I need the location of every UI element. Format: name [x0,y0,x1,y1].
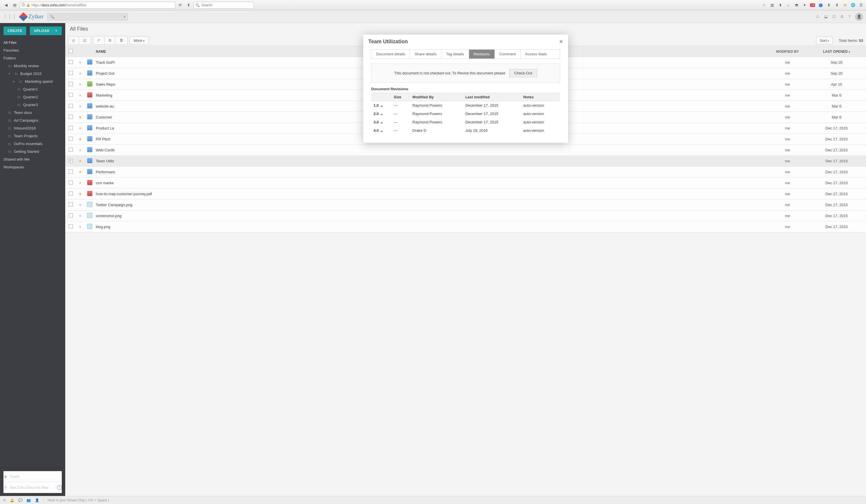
star-icon[interactable]: ★ [78,214,87,218]
row-checkbox[interactable] [69,213,73,217]
tab-access-stats[interactable]: Access Stats [521,49,551,58]
tab-document-details[interactable]: Document details [371,49,410,58]
tab-share-details[interactable]: Share details [410,49,441,58]
tb-share-icon[interactable]: ↗ [93,36,104,44]
help-icon[interactable]: ? [848,14,851,19]
ext3-icon[interactable]: ⬇ [826,3,831,7]
row-checkbox[interactable] [69,159,73,163]
star-icon[interactable]: ★ [78,137,87,141]
star-icon[interactable]: ☆ [762,3,767,7]
url-bar[interactable]: ⓘ 🔒 https://docs.zoho.com/home#allfiles [20,2,176,9]
row-checkbox[interactable] [69,60,73,64]
star-icon[interactable]: ★ [78,104,87,108]
sidebar-folders[interactable]: Folders [0,54,65,62]
tab-tag-details[interactable]: Tag details [441,49,469,58]
star-icon[interactable]: ★ [78,60,87,65]
pocket-icon[interactable]: ◓ [794,3,799,7]
sidebar-all-files[interactable]: All Files [0,39,65,46]
row-checkbox[interactable] [69,137,73,141]
sidebar-getting-started[interactable]: 🗀Getting Started [0,148,65,156]
row-checkbox[interactable] [69,126,73,130]
col-modified-by[interactable]: MODIFIED BY [764,49,811,54]
star-icon[interactable]: ★ [78,115,87,119]
app-search[interactable]: 🔍 ▾ [47,13,128,21]
status-icon[interactable]: ⟲ [3,498,6,502]
upload-button[interactable]: UPLOAD▼ [30,26,62,35]
gear-icon[interactable]: ⚙ [840,14,844,19]
table-row[interactable]: ★screenshot.pngmeDec 17, 2015 [65,210,866,221]
close-button[interactable]: ✕ [559,39,563,44]
tb-download-icon[interactable]: ⎙ [68,37,79,44]
sidebar-trash[interactable]: 🗑Trash [3,471,62,482]
more-button[interactable]: More ▾ [129,36,149,45]
sidebar-workspaces[interactable]: Workspaces [0,163,65,171]
file-name[interactable]: screenshot.png [96,214,764,218]
row-checkbox[interactable] [69,104,73,108]
sidebar-quarter1[interactable]: 🗀Quarter1 [0,85,65,93]
checkout-button[interactable]: Check-Out [509,69,537,77]
apps-grid-icon[interactable]: ⋮⋮⋮ [3,14,17,19]
star-icon[interactable]: ★ [78,192,87,196]
sidebar-marketing-spend[interactable]: ▸🗀Marketing spend [0,78,65,85]
tb-delete-icon[interactable]: 🗑 [115,36,127,44]
revision-row[interactable]: 3.0☁---Raymond PowersDecember 17, 2015au… [371,118,560,126]
library-icon[interactable]: ▥ [769,3,775,7]
ext2-icon[interactable]: ⬤ [818,3,823,7]
sidebar-team-docs[interactable]: 🗀Team docs [0,109,65,116]
smart-chat-hint[interactable]: Here is your Smart Chat ( Ctrl + Space ) [43,498,109,502]
tb-favorite-icon[interactable]: ☑ [79,37,91,44]
file-name[interactable]: Web Confe [96,148,764,152]
file-name[interactable]: Team Utiliz [96,159,764,163]
sidebar-get-mac[interactable]: ♺Get Zoho Docs for Mac? [3,482,62,493]
ext4-icon[interactable]: ⬇ [834,3,840,7]
revision-row[interactable]: 2.0☁---Raymond PowersDecember 17, 2015au… [371,110,560,118]
abp-icon[interactable]: ABP [810,3,815,7]
file-name[interactable]: blog.png [96,225,764,229]
tb-copy-icon[interactable]: ⧉ [104,36,115,44]
user-icon[interactable]: 👤 [35,498,39,502]
browser-search[interactable]: 🔍 Search [193,2,254,9]
table-row[interactable]: ★PerformancmeDec 17, 2015 [65,167,866,177]
tab-comment[interactable]: Comment [495,49,521,58]
table-row[interactable]: ★Web ConfemeDec 17, 2015 [65,145,866,156]
file-name[interactable]: Twitter Campaign.png [96,203,764,207]
sync-icon[interactable]: ♺ [816,14,820,19]
table-row[interactable]: ★Twitter Campaign.pngmeDec 17, 2015 [65,199,866,210]
sidebar-gopro[interactable]: 🗀GoPro essentials [0,140,65,148]
star-icon[interactable]: ★ [78,126,87,130]
create-button[interactable]: CREATE [3,26,26,35]
sidebar-favorites[interactable]: Favorites [0,46,65,54]
contacts-icon[interactable]: 👥 [26,498,31,502]
row-checkbox[interactable] [69,71,73,75]
sidebar-team-projects[interactable]: 🗀Team Projects [0,132,65,140]
star-icon[interactable]: ★ [78,181,87,185]
reload-button[interactable]: ⟳ [177,3,184,7]
row-checkbox[interactable] [69,203,73,206]
star-icon[interactable]: ★ [78,82,87,87]
dropbox-icon[interactable]: ⬓ [824,14,828,19]
ext5-icon[interactable]: ✿ [842,3,847,7]
table-row[interactable]: ★blog.pngmeDec 17, 2015 [65,221,866,232]
sidebar-toggle-icon[interactable]: ▤ [11,2,19,8]
row-checkbox[interactable] [69,170,73,174]
row-checkbox[interactable] [69,82,73,86]
sidebar-budget-2015[interactable]: ▾🗀Budget 2015 [0,70,65,78]
ext-icon[interactable]: ✦ [802,3,807,7]
downloads-icon[interactable]: ⬇ [778,3,783,7]
sidebar-inbound2016[interactable]: 🗀Inbound2016 [0,124,65,132]
chat-icon[interactable]: 💬 [18,498,23,502]
file-name[interactable]: Performanc [96,170,764,174]
home-icon[interactable]: ⌂ [786,3,791,7]
table-row[interactable]: ★Team UtilizmeDec 17, 2015 [65,156,866,167]
star-icon[interactable]: ★ [78,159,87,163]
row-checkbox[interactable] [69,148,73,152]
star-icon[interactable]: ★ [78,170,87,174]
row-checkbox[interactable] [69,115,73,119]
star-icon[interactable]: ★ [78,225,87,229]
row-checkbox[interactable] [69,192,73,195]
hamburger-icon[interactable]: ☰ [858,3,864,7]
row-checkbox[interactable] [69,93,73,97]
tab-revisions[interactable]: Revisions [469,49,495,58]
back-button[interactable]: ◀ [2,2,10,8]
row-checkbox[interactable] [69,181,73,184]
